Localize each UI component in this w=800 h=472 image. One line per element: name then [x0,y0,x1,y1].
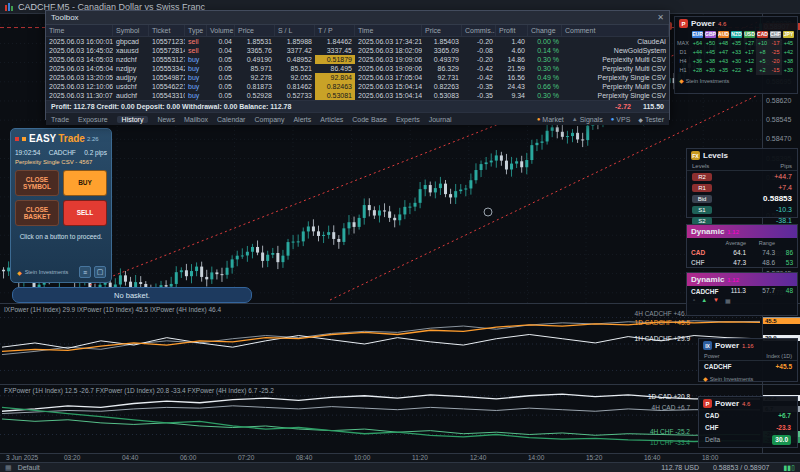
power-value: +8 [756,48,769,57]
time-label: 12:40 [470,454,486,461]
history-row[interactable]: 2025.06.03 13:20:05audjpy105549872buy0.0… [46,73,669,82]
tab-history[interactable]: History [117,116,149,123]
history-row[interactable]: 2025.06.03 11:30:07audchf105543310buy0.0… [46,91,669,100]
history-row[interactable]: 2025.06.03 16:45:02xauusd105572814sell0.… [46,46,669,55]
toolbox-title: Toolbox [51,13,79,22]
currency-cad[interactable]: CAD [757,31,768,38]
column-header[interactable]: Time [355,25,422,36]
service-market[interactable]: ●Market [537,116,564,123]
chart-icon[interactable]: ▦ [725,297,731,304]
fx-levels-header[interactable]: FX Levels [687,149,797,162]
history-row[interactable]: 2025.06.03 14:05:03nzdchf105553127buy0.0… [46,55,669,64]
dynamic-value: 48.6 [746,258,775,268]
profile-selector[interactable]: Default [18,464,40,471]
column-header[interactable]: Comment [562,25,669,36]
column-header[interactable]: Price [422,25,462,36]
equity-value: 115.50 [643,101,664,112]
symbol-label: CADCHF [49,149,76,156]
cell: 2025.06.03 17:05:04 [355,73,422,82]
column-header[interactable]: Volume [207,25,235,36]
cell: 0.49 % [528,73,562,82]
pair-dynamic-header[interactable]: Dynamic 1.12 [687,273,797,286]
ix-power-header[interactable]: IX Power 1.16 [699,339,797,352]
time-axis[interactable]: 3 Jun 202503:2004:4006:0007:2008:4010:00… [0,454,800,462]
history-row[interactable]: 2025.06.03 14:05:04nzdjpy105553342buy0.0… [46,64,669,73]
column-header[interactable]: Commis... [462,25,496,36]
tab-news[interactable]: News [157,116,175,123]
window-splitter[interactable] [0,384,800,385]
column-header[interactable]: Profit [496,25,528,36]
fx-power-bottom-header[interactable]: P Power 4.6 [699,397,797,410]
service-tester[interactable]: ◆Tester [638,116,664,123]
window-splitter[interactable] [0,303,800,304]
cell: 2025.06.03 12:10:06 [46,82,113,91]
time-label: 03:20 [64,454,80,461]
cell: 0.49379 [422,55,462,64]
pair-average: 111.3 [717,286,746,296]
close-icon[interactable]: ✕ [657,13,664,22]
col-pips: Pips [780,163,792,169]
brand-text: Stein Investments [686,78,730,84]
cell: -0.35 [462,91,496,100]
tab-journal[interactable]: Journal [429,116,452,123]
close-basket-button[interactable]: CLOSE BASKET [15,200,59,226]
column-header[interactable]: Time [46,25,113,36]
close-symbol-button[interactable]: CLOSE SYMBOL [15,170,59,196]
cell: 0.05 [207,55,235,64]
down-arrow-icon[interactable]: ▼ [713,297,719,304]
up-arrow-icon[interactable]: ▲ [701,297,707,304]
power-value: +35 [717,66,730,75]
tab-articles[interactable]: Articles [320,116,343,123]
fx-icon: FX [691,151,700,160]
fx-dynamic-header[interactable]: Dynamic 1.12 [687,225,797,238]
tab-calendar[interactable]: Calendar [217,116,245,123]
sell-button[interactable]: SELL [63,200,107,226]
currency-jpy[interactable]: JPY [783,31,794,38]
currency-chf[interactable]: CHF [770,31,781,38]
tab-experts[interactable]: Experts [396,116,420,123]
currency-aud[interactable]: AUD [718,31,729,38]
tab-alerts[interactable]: Alerts [293,116,311,123]
cell: buy [185,55,207,64]
cell: usdchf [113,82,149,91]
currency-nzd[interactable]: NZD [731,31,742,38]
tab-code-base[interactable]: Code Base [352,116,387,123]
level-label: S1 [692,206,712,214]
stein-logo-icon: ◆ [679,77,684,84]
column-header[interactable]: Symbol [113,25,149,36]
currency-usd[interactable]: USD [744,31,755,38]
tab-mailbox[interactable]: Mailbox [184,116,208,123]
fx-power-title: Power [691,19,715,28]
toolbox-titlebar[interactable]: Toolbox ✕ [46,11,669,25]
panel-hint: Click on a button to proceed. [15,233,107,240]
service-vps[interactable]: ●VPS [611,116,631,123]
panel-collapse-icon[interactable]: ▢ [94,266,106,278]
currency-eur[interactable]: EUR [692,31,703,38]
cell: 14.86 [496,55,528,64]
tab-company[interactable]: Company [254,116,284,123]
cell: 105549872 [149,73,185,82]
buy-button[interactable]: BUY [63,170,107,196]
column-header[interactable]: S / L [275,25,315,36]
cell: 85.971 [235,64,275,73]
column-header[interactable]: T / P [315,25,355,36]
column-header[interactable]: Ticket [149,25,185,36]
column-header[interactable]: Type [185,25,207,36]
tab-trade[interactable]: Trade [51,116,69,123]
panel-menu-icon[interactable]: ≡ [79,266,91,278]
service-signals[interactable]: ▲Signals [572,116,603,123]
grid-icon[interactable]: ▦ [5,464,12,472]
connection-icon: ▮▮▯ [783,464,795,472]
fx-power-header[interactable]: P Power 4.6 [675,17,797,30]
cell: NewGoldSystem [562,46,669,55]
column-header[interactable]: Price [235,25,275,36]
column-header[interactable]: Change [528,25,562,36]
power-value: +38 [704,57,717,66]
candle-icon[interactable]: ▫ [693,297,695,304]
col-power: Power [704,353,720,359]
history-row[interactable]: 2025.06.03 12:10:06usdchf105546221buy0.0… [46,82,669,91]
history-row[interactable]: 2025.06.03 16:00:01gbpcad105571231sell0.… [46,37,669,46]
currency-gbp[interactable]: GBP [705,31,716,38]
tab-exposure[interactable]: Exposure [78,116,108,123]
service-label: Signals [580,116,603,123]
